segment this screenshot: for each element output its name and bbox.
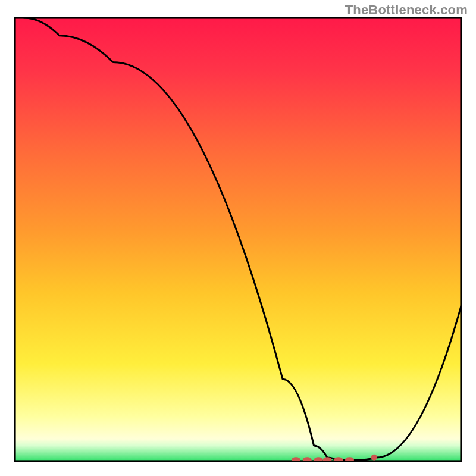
min-dot [371,455,377,461]
chart-container: TheBottleneck.com [0,0,476,476]
plot-background [15,18,461,461]
chart-svg [0,0,476,476]
watermark-text: TheBottleneck.com [345,2,468,18]
